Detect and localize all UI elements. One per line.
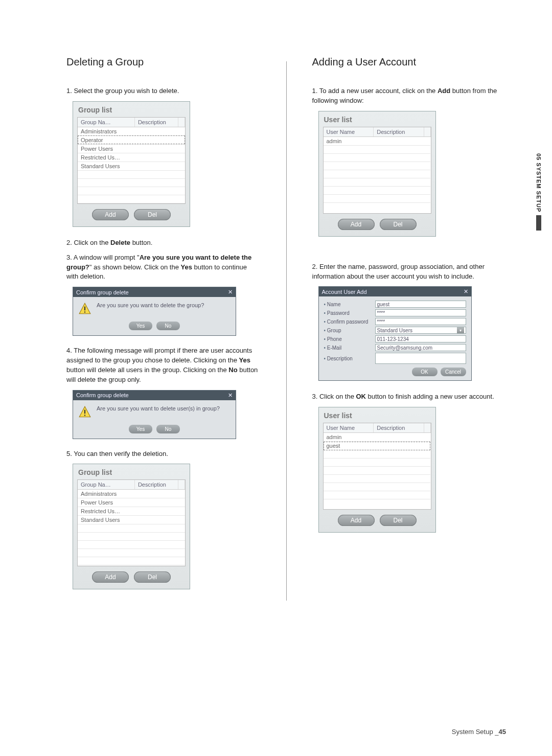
label-description: Description xyxy=(324,356,375,361)
group-select[interactable]: Standard Users▾ xyxy=(375,327,466,334)
dialog-title: Confirm group delete xyxy=(76,392,129,398)
confirm-password-field[interactable]: **** xyxy=(375,318,466,325)
name-field[interactable]: guest xyxy=(375,301,466,308)
password-field[interactable]: **** xyxy=(375,309,466,316)
col-spacer xyxy=(178,118,185,127)
add-button[interactable]: Add xyxy=(92,571,129,583)
col-user-name[interactable]: User Name xyxy=(324,423,374,433)
del-button[interactable]: Del xyxy=(380,515,417,526)
group-list-panel-1: Group list Group Na… Description Adminis… xyxy=(73,101,190,227)
user-list-panel-1: User list User Name Description admin Ad… xyxy=(318,111,436,237)
table-row[interactable]: Restricted Us… xyxy=(78,153,185,162)
dialog-title: Confirm group delete xyxy=(76,289,129,295)
svg-rect-4 xyxy=(84,409,85,414)
side-tab-label: 05 SYSTEM SETUP xyxy=(536,153,542,212)
footer: System Setup _45 xyxy=(452,728,506,736)
add-button[interactable]: Add xyxy=(338,515,375,526)
panel-title: Group list xyxy=(77,105,186,117)
ok-button[interactable]: OK xyxy=(412,368,438,376)
svg-rect-1 xyxy=(84,307,85,311)
email-field[interactable]: Security@samsung.com xyxy=(375,344,466,351)
left-column: Deleting a Group 1. Select the group you… xyxy=(66,56,261,601)
close-icon[interactable]: ✕ xyxy=(228,392,233,399)
no-button[interactable]: No xyxy=(156,425,180,433)
table-row[interactable]: guest xyxy=(324,442,431,450)
step-1-text: 1. Select the group you wish to delete. xyxy=(66,86,261,96)
no-button[interactable]: No xyxy=(156,322,180,330)
page-number: 45 xyxy=(499,728,506,736)
yes-button[interactable]: Yes xyxy=(129,425,152,433)
close-icon[interactable]: ✕ xyxy=(464,288,468,295)
dialog-message: Are you sure you want to delete user(s) … xyxy=(97,405,220,411)
heading-adding-user: Adding a User Account xyxy=(312,56,507,68)
label-name: Name xyxy=(324,302,375,307)
label-email: E-Mail xyxy=(324,345,375,351)
footer-label: System Setup _ xyxy=(452,728,499,736)
confirm-delete-users-dialog: Confirm group delete ✕ Are you sure you … xyxy=(73,390,236,439)
add-button[interactable]: Add xyxy=(338,219,375,230)
del-button[interactable]: Del xyxy=(134,209,171,220)
table-row[interactable]: Restricted Us… xyxy=(78,507,185,516)
table-row[interactable]: Standard Users xyxy=(78,516,185,524)
step-3-text: 3. A window will prompt "Are you sure yo… xyxy=(66,253,261,282)
step-5-text: 5. You can then verify the deletion. xyxy=(66,449,261,459)
heading-deleting-group: Deleting a Group xyxy=(66,56,261,68)
warning-icon xyxy=(78,302,91,316)
table-row[interactable]: Power Users xyxy=(78,144,185,153)
step-1-text: 1. To add a new user account, click on t… xyxy=(312,86,507,106)
dialog-message: Are you sure you want to delete the grou… xyxy=(97,302,204,308)
user-list-table: User Name Description admin xyxy=(324,127,431,203)
step-4-text: 4. The following message will prompt if … xyxy=(66,346,261,384)
chevron-down-icon[interactable]: ▾ xyxy=(457,327,464,333)
panel-title: User list xyxy=(323,114,431,127)
cancel-button[interactable]: Cancel xyxy=(441,368,466,376)
right-column: Adding a User Account 1. To add a new us… xyxy=(312,56,507,601)
dialog-title: Account User Add xyxy=(322,289,367,295)
label-group: Group xyxy=(324,328,375,333)
warning-icon xyxy=(78,405,91,420)
step-2-text: 2. Enter the name, password, group assoc… xyxy=(312,262,507,282)
svg-rect-2 xyxy=(84,312,85,313)
description-field[interactable] xyxy=(375,353,466,364)
del-button[interactable]: Del xyxy=(134,571,171,583)
col-group-name[interactable]: Group Na… xyxy=(78,118,134,127)
del-button[interactable]: Del xyxy=(380,219,417,230)
col-user-name[interactable]: User Name xyxy=(324,127,374,137)
table-row[interactable]: Operator xyxy=(78,135,185,144)
column-divider xyxy=(286,61,287,601)
user-list-table: User Name Description admin guest xyxy=(324,423,431,499)
panel-title: User list xyxy=(323,410,431,423)
add-button[interactable]: Add xyxy=(92,209,129,220)
panel-title: Group list xyxy=(77,467,186,479)
step-3-text: 3. Click on the OK button to finish addi… xyxy=(312,392,507,402)
group-list-panel-2: Group list Group Na… Description Adminis… xyxy=(73,464,190,589)
table-row[interactable]: Administrators xyxy=(78,127,185,135)
col-description[interactable]: Description xyxy=(134,480,178,490)
tab-indicator-icon xyxy=(536,215,541,231)
account-user-add-dialog: Account User Add ✕ Nameguest Password***… xyxy=(318,286,472,381)
table-row[interactable]: admin xyxy=(324,136,431,145)
label-password: Password xyxy=(324,310,375,316)
svg-rect-5 xyxy=(84,415,85,416)
col-description[interactable]: Description xyxy=(374,423,424,433)
col-description[interactable]: Description xyxy=(134,118,178,127)
table-row[interactable]: Standard Users xyxy=(78,162,185,170)
group-list-table: Group Na… Description Administrators Pow… xyxy=(78,480,185,565)
col-description[interactable]: Description xyxy=(374,127,424,137)
side-tab: 05 SYSTEM SETUP xyxy=(536,153,542,231)
table-row[interactable]: Administrators xyxy=(78,490,185,498)
phone-field[interactable]: 011-123-1234 xyxy=(375,335,466,342)
label-phone: Phone xyxy=(324,336,375,342)
table-row[interactable]: Power Users xyxy=(78,498,185,507)
group-list-table: Group Na… Description Administrators Ope… xyxy=(78,118,185,203)
label-confirm: Confirm password xyxy=(324,319,375,325)
table-row[interactable]: admin xyxy=(324,433,431,442)
confirm-delete-group-dialog: Confirm group delete ✕ Are you sure you … xyxy=(73,287,236,336)
close-icon[interactable]: ✕ xyxy=(228,289,233,295)
col-group-name[interactable]: Group Na… xyxy=(78,480,134,490)
step-2-text: 2. Click on the Delete button. xyxy=(66,238,261,248)
yes-button[interactable]: Yes xyxy=(129,322,152,330)
user-list-panel-2: User list User Name Description admin gu… xyxy=(318,407,436,533)
